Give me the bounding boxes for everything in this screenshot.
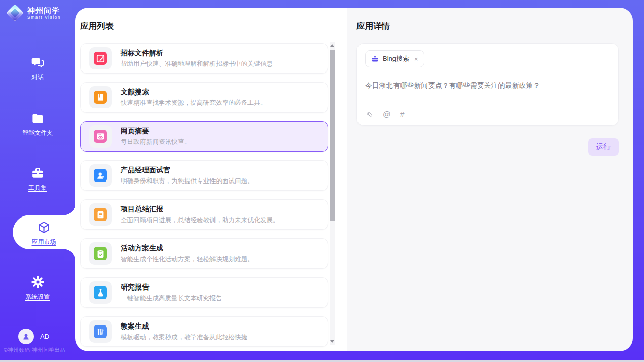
sidebar-item-market[interactable]: 应用市场 [13, 215, 75, 249]
app-icon-box [89, 281, 112, 304]
avatar[interactable] [18, 329, 34, 344]
app-card-desc: 一键智能生成高质量长文本研究报告 [121, 294, 222, 303]
main-content: 应用列表 招标文件解析帮助用户快速、准确地理解和解析招标书中的关键信息文献搜索快… [75, 8, 633, 351]
gear-icon [0, 275, 75, 289]
brand-subtitle: Smart Vision [27, 15, 61, 20]
sidebar-item-folders[interactable]: 智能文件夹 [0, 112, 75, 137]
run-row: 运行 [356, 138, 619, 156]
app-card-text: 活动方案生成智能生成个性化活动方案，轻松解决规划难题。 [121, 244, 254, 264]
app-card-text: 产品经理面试官明确身份和职责，为您提供专业性的面试问题。 [121, 166, 254, 186]
app-card-desc: 全面回顾项目进展，总结经验教训，助力未来优化发展。 [121, 216, 279, 225]
app-card-text: 文献搜索快速精准查找学术资源，提高研究效率的必备工具。 [121, 88, 267, 107]
window-bottom-edge [0, 360, 644, 362]
app-list-title: 应用列表 [80, 21, 347, 32]
briefcase-icon [0, 166, 75, 180]
app-card-desc: 明确身份和职责，为您提供专业性的面试问题。 [121, 177, 254, 186]
sidebar-item-tools[interactable]: 工具集 [0, 166, 75, 192]
briefcase-icon [371, 55, 379, 63]
sidebar-item-label: 应用市场 [13, 238, 75, 246]
app-card-desc: 智能生成个性化活动方案，轻松解决规划难题。 [121, 255, 254, 264]
app-card-title: 活动方案生成 [121, 244, 254, 253]
brand-diamond-icon [6, 4, 24, 22]
scrollbar-down-arrow-icon[interactable] [330, 338, 335, 345]
run-button[interactable]: 运行 [588, 138, 619, 156]
composer-toolbar: @ # [366, 110, 404, 119]
folder-icon [0, 112, 75, 125]
app-card-text: 招标文件解析帮助用户快速、准确地理解和解析招标书中的关键信息 [121, 49, 273, 68]
app-icon-box [89, 125, 112, 148]
sidebar-item-label: 系统设置 [0, 293, 75, 301]
hash-tag-icon[interactable]: # [400, 110, 405, 119]
app-card[interactable]: 活动方案生成智能生成个性化活动方案，轻松解决规划难题。 [80, 238, 328, 269]
edit-icon [94, 52, 107, 65]
sidebar-item-label: 工具集 [0, 184, 75, 192]
app-card[interactable]: 项目总结汇报全面回顾项目进展，总结经验教训，助力未来优化发展。 [80, 199, 328, 230]
app-card-title: 网页摘要 [121, 127, 191, 136]
clipboard-icon [94, 247, 107, 260]
app-card[interactable]: 网页摘要每日政府新闻资讯快查。 [80, 121, 328, 152]
person-icon [94, 169, 107, 182]
scrollbar[interactable] [330, 42, 335, 345]
app-card-title: 文献搜索 [121, 88, 267, 97]
app-card-title: 产品经理面试官 [121, 166, 254, 175]
cube-icon [13, 221, 75, 234]
app-card-text: 研究报告一键智能生成高质量长文本研究报告 [121, 283, 222, 303]
mention-at-icon[interactable]: @ [383, 110, 391, 119]
sidebar: 神州问学 Smart Vision 对话智能文件夹工具集应用市场系统设置 AD … [0, 0, 75, 362]
attachment-paperclip-icon[interactable] [366, 110, 374, 118]
app-card-title: 研究报告 [121, 283, 222, 292]
app-card-text: 网页摘要每日政府新闻资讯快查。 [121, 127, 191, 147]
prompt-card: Bing搜索 × 今日湖北有哪些新闻要点？有哪些需要关注的最新政策？ @ # [356, 43, 619, 126]
app-list-panel: 应用列表 招标文件解析帮助用户快速、准确地理解和解析招标书中的关键信息文献搜索快… [75, 8, 347, 351]
user-icon [21, 332, 31, 341]
app-detail-title: 应用详情 [356, 21, 619, 32]
app-card[interactable]: 文献搜索快速精准查找学术资源，提高研究效率的必备工具。 [80, 82, 328, 113]
app-card[interactable]: 教案生成模板驱动，教案秒成，教学准备从此轻松快捷 [80, 316, 328, 347]
app-card-text: 教案生成模板驱动，教案秒成，教学准备从此轻松快捷 [121, 322, 247, 342]
app-card-list: 招标文件解析帮助用户快速、准确地理解和解析招标书中的关键信息文献搜索快速精准查找… [80, 43, 328, 347]
brand-logo: 神州问学 Smart Vision [5, 6, 61, 20]
app-card-desc: 快速精准查找学术资源，提高研究效率的必备工具。 [121, 99, 267, 107]
book-icon [94, 91, 107, 104]
tool-chip-bing-search[interactable]: Bing搜索 × [365, 50, 424, 67]
scrollbar-up-arrow-icon[interactable] [330, 42, 335, 49]
tool-chip-label: Bing搜索 [383, 54, 409, 63]
app-card[interactable]: 产品经理面试官明确身份和职责，为您提供专业性的面试问题。 [80, 160, 328, 191]
sidebar-item-label: 智能文件夹 [0, 129, 75, 137]
app-card-desc: 帮助用户快速、准确地理解和解析招标书中的关键信息 [121, 60, 273, 68]
user-initials: AD [40, 333, 49, 340]
app-card-desc: 每日政府新闻资讯快查。 [121, 138, 191, 147]
prompt-input[interactable]: 今日湖北有哪些新闻要点？有哪些需要关注的最新政策？ [365, 81, 610, 90]
chip-close-icon[interactable]: × [414, 55, 418, 63]
app-icon-box [89, 164, 112, 187]
app-card-title: 项目总结汇报 [121, 205, 279, 214]
web-icon [94, 130, 107, 143]
copyright-footer: ©神州数码·神州问学出品 [4, 347, 65, 354]
app-card[interactable]: 招标文件解析帮助用户快速、准确地理解和解析招标书中的关键信息 [80, 43, 328, 74]
sidebar-item-chat[interactable]: 对话 [0, 56, 75, 82]
flask-icon [94, 286, 107, 299]
app-card-text: 项目总结汇报全面回顾项目进展，总结经验教训，助力未来优化发展。 [121, 205, 279, 225]
app-card-title: 教案生成 [121, 322, 247, 331]
app-detail-panel: 应用详情 Bing搜索 × 今日湖北有哪些新闻要点？有哪些需要关注的最新政策？ … [347, 8, 633, 351]
scrollbar-thumb[interactable] [330, 50, 335, 221]
note-icon [94, 208, 107, 221]
sidebar-item-label: 对话 [0, 73, 75, 82]
app-icon-box [89, 320, 112, 343]
app-icon-box [89, 47, 112, 69]
app-icon-box [89, 86, 112, 108]
sidebar-item-settings[interactable]: 系统设置 [0, 275, 75, 301]
app-card-desc: 模板驱动，教案秒成，教学准备从此轻松快捷 [121, 333, 247, 342]
user-row[interactable]: AD [18, 329, 49, 344]
brand-name: 神州问学 [27, 6, 61, 15]
books-icon [94, 325, 107, 338]
app-icon-box [89, 203, 112, 226]
app-card-title: 招标文件解析 [121, 49, 273, 58]
app-icon-box [89, 242, 112, 265]
chat-icon [0, 56, 75, 69]
app-card[interactable]: 研究报告一键智能生成高质量长文本研究报告 [80, 277, 328, 308]
